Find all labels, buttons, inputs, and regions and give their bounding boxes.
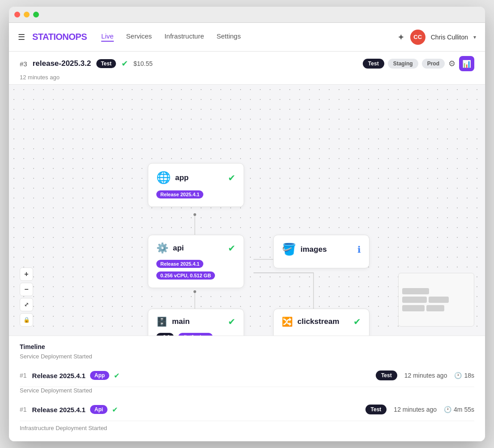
clickstream-icon: 🔀 <box>282 316 293 327</box>
timeline-duration-2: 🕐 4m 55s <box>444 406 474 413</box>
timeline-ago-2: 12 minutes ago <box>394 406 437 413</box>
timeline-ago-1: 12 minutes ago <box>404 372 447 379</box>
timeline-item-1: #1 Release 2025.4.1 App ✔ Test 12 minute… <box>20 364 474 387</box>
minimap <box>398 273 474 327</box>
fit-view-button[interactable]: ⤢ <box>20 298 33 311</box>
timeline-service-badge-1: App <box>90 371 109 380</box>
timeline-num-2: #1 <box>20 406 27 413</box>
service-card-api[interactable]: ⚙️ api ✔ Release 2025.4.1 0.256 vCPU, 0.… <box>148 235 244 288</box>
env-test-badge[interactable]: Test <box>363 59 384 69</box>
avatar: CC <box>410 30 425 45</box>
nav-link-services[interactable]: Services <box>126 32 152 42</box>
api-resources-tag: 0.256 vCPU, 0.512 GB <box>156 271 215 280</box>
zoom-in-button[interactable]: + <box>20 267 33 281</box>
user-menu-chevron[interactable]: ▾ <box>473 34 476 40</box>
release-number: #3 <box>20 60 27 68</box>
timeline-section: Timeline Service Deployment Started #1 R… <box>9 336 485 387</box>
service-card-clickstream[interactable]: 🔀 clickstream ✔ <box>273 309 369 336</box>
close-button[interactable] <box>14 12 20 17</box>
card-header-clickstream: 🔀 clickstream ✔ <box>282 316 361 327</box>
svg-point-6 <box>193 290 196 293</box>
menu-icon[interactable]: ☰ <box>18 32 25 42</box>
minimap-row-1 <box>402 288 470 294</box>
nav-link-live[interactable]: Live <box>101 32 114 42</box>
main-tags: v8.0 db.t3.micro <box>156 332 236 336</box>
images-name: images <box>301 245 327 254</box>
main-status-icon: ✔ <box>228 316 236 327</box>
minimap-row-2 <box>402 297 470 303</box>
logo-suffix: OPS <box>69 32 87 42</box>
release-name: release-2025.3.2 <box>33 59 91 68</box>
api-name: api <box>173 244 184 253</box>
minimize-button[interactable] <box>24 12 30 17</box>
notification-icon[interactable]: ✦ <box>397 32 405 43</box>
clickstream-status-icon: ✔ <box>353 316 361 327</box>
service-card-app[interactable]: 🌐 app ✔ Release 2025.4.1 <box>148 163 244 207</box>
card-header-api: ⚙️ api ✔ <box>156 242 236 254</box>
app-window: ☰ STATIONOPS Live Services Infrastructur… <box>9 7 485 441</box>
timeline-release-1: Release 2025.4.1 <box>32 372 86 379</box>
timeline-title: Timeline <box>20 343 474 350</box>
images-icon: 🪣 <box>282 242 296 256</box>
timeline-duration-value-2: 4m 55s <box>454 406 474 413</box>
settings-icon[interactable]: ⚙ <box>448 59 455 69</box>
main-name: main <box>172 317 190 326</box>
timeline-section-2: Service Deployment Started #1 Release 20… <box>9 387 485 421</box>
infra-subtitle: Infrastructure Deployment Started <box>20 425 474 431</box>
app-release-tag: Release 2025.4.1 <box>156 190 203 198</box>
lock-button[interactable]: 🔒 <box>20 313 33 327</box>
diagram-canvas[interactable]: 🌐 app ✔ Release 2025.4.1 ⚙️ api ✔ Releas… <box>9 85 485 336</box>
nav-link-infrastructure[interactable]: Infrastructure <box>164 32 204 42</box>
main-instance-tag: db.t3.micro <box>178 333 213 336</box>
images-status-icon: ℹ <box>357 244 361 255</box>
release-env-controls: Test Staging Prod ⚙ 📊 <box>363 56 474 71</box>
svg-point-4 <box>193 213 196 216</box>
timeline-env-1: Test <box>376 370 397 380</box>
clickstream-name: clickstream <box>297 317 339 326</box>
app-name: app <box>175 173 189 182</box>
zoom-out-button[interactable]: − <box>20 283 33 296</box>
timeline-check-2: ✔ <box>112 405 118 414</box>
app-icon: 🌐 <box>156 171 171 185</box>
logo: STATIONOPS <box>32 32 87 42</box>
clock-icon-1: 🕐 <box>454 372 462 379</box>
minimap-block <box>402 288 429 294</box>
minimap-block <box>402 297 427 303</box>
timeline-duration-1: 🕐 18s <box>454 372 474 379</box>
titlebar <box>9 7 485 23</box>
card-header-app: 🌐 app ✔ <box>156 171 236 185</box>
release-time: 12 minutes ago <box>20 74 474 84</box>
minimap-block <box>402 305 425 311</box>
timeline-service-badge-2: Api <box>90 405 107 414</box>
maximize-button[interactable] <box>33 12 39 17</box>
release-type-badge: Test <box>96 59 116 68</box>
release-status-icon: ✔ <box>121 59 128 69</box>
timeline-subtitle-2: Service Deployment Started <box>20 387 474 394</box>
navbar: ☰ STATIONOPS Live Services Infrastructur… <box>9 23 485 52</box>
minimap-block <box>429 297 449 303</box>
clock-icon-2: 🕐 <box>444 406 451 413</box>
timeline-num-1: #1 <box>20 372 27 379</box>
service-card-images[interactable]: 🪣 images ℹ <box>273 235 369 268</box>
api-release-tag: Release 2025.4.1 <box>156 260 203 268</box>
app-status-icon: ✔ <box>228 172 236 183</box>
timeline-duration-value-1: 18s <box>464 372 474 379</box>
timeline-right-1: Test 12 minutes ago 🕐 18s <box>376 370 474 380</box>
username[interactable]: Chris Culliton <box>431 34 468 41</box>
minimap-row-3 <box>402 305 470 311</box>
timeline-release-2: Release 2025.4.1 <box>32 406 86 414</box>
timeline-item-2: #1 Release 2025.4.1 Api ✔ Test 12 minute… <box>20 398 474 421</box>
timeline-env-2: Test <box>365 405 387 414</box>
nav-right: ✦ CC Chris Culliton ▾ <box>397 30 476 45</box>
service-card-main[interactable]: 🗄️ main ✔ v8.0 db.t3.micro <box>148 309 244 336</box>
env-prod-badge[interactable]: Prod <box>422 59 445 69</box>
timeline-right-2: Test 12 minutes ago 🕐 4m 55s <box>365 405 474 414</box>
main-icon: 🗄️ <box>156 316 168 327</box>
chart-icon[interactable]: 📊 <box>459 56 474 71</box>
api-status-icon: ✔ <box>228 243 236 254</box>
release-cost: $10.55 <box>133 60 153 67</box>
env-staging-badge[interactable]: Staging <box>388 59 418 69</box>
nav-links: Live Services Infrastructure Settings <box>101 32 397 42</box>
timeline-check-1: ✔ <box>114 371 120 380</box>
nav-link-settings[interactable]: Settings <box>217 32 241 42</box>
